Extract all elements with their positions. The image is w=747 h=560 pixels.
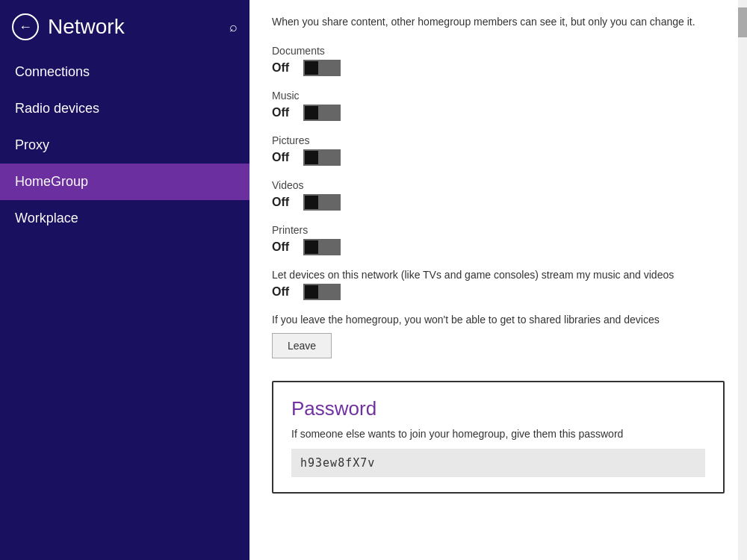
leave-section: If you leave the homegroup, you won't be… [272, 314, 725, 358]
toggle-thumb-documents [305, 61, 318, 75]
share-item-music: Music Off [272, 90, 725, 121]
toggle-thumb-pictures [305, 151, 318, 164]
password-title: Password [291, 397, 705, 420]
sidebar-item-radio-devices[interactable]: Radio devices [0, 90, 249, 127]
share-status-pictures: Off [272, 151, 294, 164]
share-row-documents: Off [272, 60, 725, 76]
share-status-documents: Off [272, 61, 294, 75]
sidebar-title: Network [48, 15, 220, 39]
toggle-videos[interactable] [303, 194, 341, 211]
share-items: Documents Off Music Off Pictures Off [272, 45, 725, 255]
share-status-printers: Off [272, 240, 294, 254]
leave-info: If you leave the homegroup, you won't be… [272, 314, 725, 326]
share-status-music: Off [272, 106, 294, 119]
toggle-pictures[interactable] [303, 149, 341, 166]
password-input[interactable] [291, 449, 705, 477]
sidebar-header: ← Network ⌕ [0, 0, 249, 54]
toggle-documents[interactable] [303, 60, 341, 76]
scrollbar-thumb [738, 7, 747, 37]
stream-toggle-thumb [305, 285, 318, 299]
stream-item: Let devices on this network (like TVs an… [272, 269, 725, 300]
leave-button[interactable]: Leave [272, 333, 332, 358]
toggle-music[interactable] [303, 105, 341, 121]
toggle-thumb-music [305, 106, 318, 119]
sidebar-item-connections[interactable]: Connections [0, 54, 249, 90]
back-button[interactable]: ← [12, 13, 39, 40]
section-description: When you share content, other homegroup … [272, 15, 725, 30]
sidebar: ← Network ⌕ ConnectionsRadio devicesProx… [0, 0, 249, 560]
stream-row: Off [272, 284, 725, 300]
share-item-videos: Videos Off [272, 179, 725, 211]
share-item-printers: Printers Off [272, 224, 725, 255]
share-label-printers: Printers [272, 224, 725, 236]
scrollbar[interactable] [738, 0, 747, 560]
password-description: If someone else wants to join your homeg… [291, 428, 705, 440]
share-item-pictures: Pictures Off [272, 134, 725, 166]
toggle-thumb-videos [305, 196, 318, 209]
nav-list: ConnectionsRadio devicesProxyHomeGroupWo… [0, 54, 249, 237]
password-section: Password If someone else wants to join y… [272, 381, 725, 494]
search-button[interactable]: ⌕ [229, 19, 238, 35]
sidebar-item-homegroup[interactable]: HomeGroup [0, 164, 249, 200]
stream-toggle[interactable] [303, 284, 341, 300]
stream-label: Let devices on this network (like TVs an… [272, 269, 725, 281]
share-label-music: Music [272, 90, 725, 102]
stream-status: Off [272, 285, 294, 299]
share-row-videos: Off [272, 194, 725, 211]
share-label-documents: Documents [272, 45, 725, 57]
share-status-videos: Off [272, 196, 294, 209]
main-content: When you share content, other homegroup … [249, 0, 747, 560]
share-label-videos: Videos [272, 179, 725, 191]
toggle-printers[interactable] [303, 239, 341, 255]
toggle-thumb-printers [305, 240, 318, 254]
share-row-music: Off [272, 105, 725, 121]
share-row-pictures: Off [272, 149, 725, 166]
sidebar-item-workplace[interactable]: Workplace [0, 200, 249, 237]
share-row-printers: Off [272, 239, 725, 255]
share-item-documents: Documents Off [272, 45, 725, 76]
share-label-pictures: Pictures [272, 134, 725, 146]
sidebar-item-proxy[interactable]: Proxy [0, 127, 249, 164]
